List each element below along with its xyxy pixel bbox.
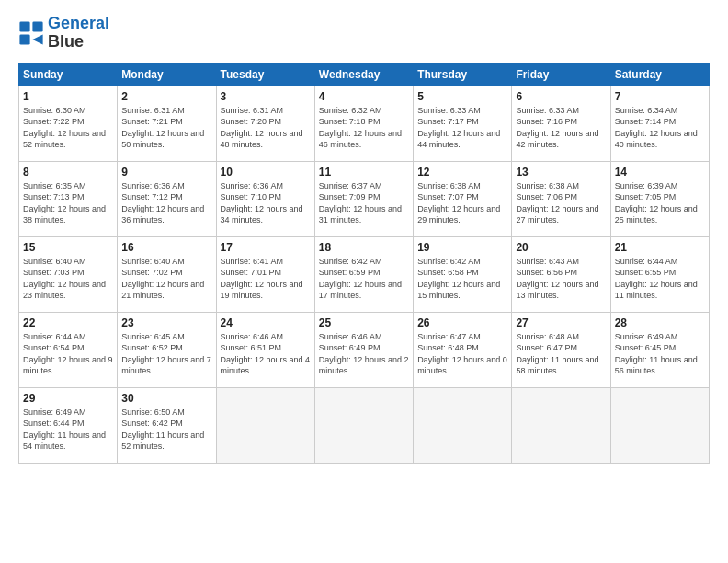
day-number: 28 <box>615 316 705 329</box>
day-info: Sunrise: 6:33 AMSunset: 7:17 PMDaylight:… <box>417 105 507 151</box>
day-info: Sunrise: 6:46 AMSunset: 6:51 PMDaylight:… <box>221 331 311 377</box>
calendar-week-row: 29Sunrise: 6:49 AMSunset: 6:44 PMDayligh… <box>19 387 710 463</box>
day-number: 1 <box>23 90 113 103</box>
day-number: 22 <box>23 316 113 329</box>
calendar-day-cell: 23Sunrise: 6:45 AMSunset: 6:52 PMDayligh… <box>118 312 216 387</box>
day-info: Sunrise: 6:44 AMSunset: 6:55 PMDaylight:… <box>615 256 705 302</box>
day-number: 15 <box>23 241 113 254</box>
day-number: 2 <box>121 90 211 103</box>
day-number: 29 <box>23 392 113 405</box>
day-number: 25 <box>319 316 409 329</box>
calendar-day-cell: 24Sunrise: 6:46 AMSunset: 6:51 PMDayligh… <box>216 312 314 387</box>
day-info: Sunrise: 6:30 AMSunset: 7:22 PMDaylight:… <box>23 105 113 151</box>
day-number: 17 <box>221 241 311 254</box>
calendar-week-row: 8Sunrise: 6:35 AMSunset: 7:13 PMDaylight… <box>19 161 710 236</box>
calendar-day-cell: 5Sunrise: 6:33 AMSunset: 7:17 PMDaylight… <box>414 86 512 161</box>
calendar-header-row: SundayMondayTuesdayWednesdayThursdayFrid… <box>19 63 710 86</box>
calendar-header-thursday: Thursday <box>414 63 512 86</box>
day-info: Sunrise: 6:40 AMSunset: 7:03 PMDaylight:… <box>23 256 113 302</box>
day-number: 9 <box>121 166 211 178</box>
calendar-day-cell: 12Sunrise: 6:38 AMSunset: 7:07 PMDayligh… <box>414 161 512 236</box>
day-number: 10 <box>221 166 311 178</box>
calendar-day-cell: 20Sunrise: 6:43 AMSunset: 6:56 PMDayligh… <box>512 236 610 312</box>
day-number: 12 <box>417 166 507 178</box>
calendar-day-cell: 7Sunrise: 6:34 AMSunset: 7:14 PMDaylight… <box>610 86 709 161</box>
day-info: Sunrise: 6:49 AMSunset: 6:45 PMDaylight:… <box>615 331 705 377</box>
day-info: Sunrise: 6:31 AMSunset: 7:20 PMDaylight:… <box>221 105 311 151</box>
day-number: 8 <box>23 166 113 178</box>
calendar-header-friday: Friday <box>512 63 610 86</box>
calendar-header-sunday: Sunday <box>19 63 118 86</box>
day-info: Sunrise: 6:36 AMSunset: 7:10 PMDaylight:… <box>221 180 311 226</box>
calendar-header-wednesday: Wednesday <box>314 63 413 86</box>
day-info: Sunrise: 6:31 AMSunset: 7:21 PMDaylight:… <box>121 105 211 151</box>
day-info: Sunrise: 6:48 AMSunset: 6:47 PMDaylight:… <box>516 331 606 377</box>
page: GeneralBlue SundayMondayTuesdayWednesday… <box>0 0 728 563</box>
calendar-table: SundayMondayTuesdayWednesdayThursdayFrid… <box>18 63 710 464</box>
day-info: Sunrise: 6:47 AMSunset: 6:48 PMDaylight:… <box>417 331 507 377</box>
day-info: Sunrise: 6:36 AMSunset: 7:12 PMDaylight:… <box>121 180 211 226</box>
day-info: Sunrise: 6:38 AMSunset: 7:07 PMDaylight:… <box>417 180 507 226</box>
day-number: 14 <box>615 166 705 178</box>
calendar-header-saturday: Saturday <box>610 63 709 86</box>
day-number: 26 <box>417 316 507 329</box>
calendar-day-cell: 15Sunrise: 6:40 AMSunset: 7:03 PMDayligh… <box>19 236 118 312</box>
day-info: Sunrise: 6:46 AMSunset: 6:49 PMDaylight:… <box>319 331 409 377</box>
day-number: 7 <box>615 90 705 103</box>
day-number: 20 <box>516 241 606 254</box>
day-info: Sunrise: 6:35 AMSunset: 7:13 PMDaylight:… <box>23 180 113 226</box>
svg-rect-0 <box>19 21 29 31</box>
calendar-day-cell: 29Sunrise: 6:49 AMSunset: 6:44 PMDayligh… <box>19 387 118 463</box>
day-info: Sunrise: 6:34 AMSunset: 7:14 PMDaylight:… <box>615 105 705 151</box>
day-number: 6 <box>516 90 606 103</box>
calendar-day-cell <box>314 387 413 463</box>
calendar-header-monday: Monday <box>118 63 216 86</box>
day-info: Sunrise: 6:45 AMSunset: 6:52 PMDaylight:… <box>121 331 211 377</box>
day-info: Sunrise: 6:33 AMSunset: 7:16 PMDaylight:… <box>516 105 606 151</box>
calendar-day-cell: 21Sunrise: 6:44 AMSunset: 6:55 PMDayligh… <box>610 236 709 312</box>
header: GeneralBlue <box>18 15 710 52</box>
logo-icon <box>18 20 44 46</box>
day-number: 13 <box>516 166 606 178</box>
calendar-day-cell: 3Sunrise: 6:31 AMSunset: 7:20 PMDaylight… <box>216 86 314 161</box>
day-info: Sunrise: 6:49 AMSunset: 6:44 PMDaylight:… <box>23 407 113 453</box>
day-info: Sunrise: 6:42 AMSunset: 6:59 PMDaylight:… <box>319 256 409 302</box>
calendar-day-cell: 26Sunrise: 6:47 AMSunset: 6:48 PMDayligh… <box>414 312 512 387</box>
day-number: 21 <box>615 241 705 254</box>
day-number: 27 <box>516 316 606 329</box>
calendar-day-cell: 6Sunrise: 6:33 AMSunset: 7:16 PMDaylight… <box>512 86 610 161</box>
logo: GeneralBlue <box>18 15 109 52</box>
day-number: 4 <box>319 90 409 103</box>
day-info: Sunrise: 6:38 AMSunset: 7:06 PMDaylight:… <box>516 180 606 226</box>
calendar-day-cell: 13Sunrise: 6:38 AMSunset: 7:06 PMDayligh… <box>512 161 610 236</box>
calendar-day-cell <box>512 387 610 463</box>
calendar-day-cell: 27Sunrise: 6:48 AMSunset: 6:47 PMDayligh… <box>512 312 610 387</box>
calendar-day-cell <box>610 387 709 463</box>
day-number: 3 <box>221 90 311 103</box>
day-info: Sunrise: 6:43 AMSunset: 6:56 PMDaylight:… <box>516 256 606 302</box>
calendar-day-cell: 8Sunrise: 6:35 AMSunset: 7:13 PMDaylight… <box>19 161 118 236</box>
calendar-day-cell: 25Sunrise: 6:46 AMSunset: 6:49 PMDayligh… <box>314 312 413 387</box>
calendar-day-cell: 1Sunrise: 6:30 AMSunset: 7:22 PMDaylight… <box>19 86 118 161</box>
calendar-day-cell: 10Sunrise: 6:36 AMSunset: 7:10 PMDayligh… <box>216 161 314 236</box>
day-info: Sunrise: 6:39 AMSunset: 7:05 PMDaylight:… <box>615 180 705 226</box>
day-info: Sunrise: 6:50 AMSunset: 6:42 PMDaylight:… <box>121 407 211 453</box>
calendar-week-row: 1Sunrise: 6:30 AMSunset: 7:22 PMDaylight… <box>19 86 710 161</box>
calendar-week-row: 22Sunrise: 6:44 AMSunset: 6:54 PMDayligh… <box>19 312 710 387</box>
calendar-day-cell <box>414 387 512 463</box>
day-number: 24 <box>221 316 311 329</box>
calendar-day-cell: 4Sunrise: 6:32 AMSunset: 7:18 PMDaylight… <box>314 86 413 161</box>
day-number: 30 <box>121 392 211 405</box>
calendar-day-cell: 18Sunrise: 6:42 AMSunset: 6:59 PMDayligh… <box>314 236 413 312</box>
day-number: 5 <box>417 90 507 103</box>
calendar-day-cell: 2Sunrise: 6:31 AMSunset: 7:21 PMDaylight… <box>118 86 216 161</box>
svg-rect-1 <box>32 21 42 31</box>
day-info: Sunrise: 6:42 AMSunset: 6:58 PMDaylight:… <box>417 256 507 302</box>
logo-text: GeneralBlue <box>48 15 109 52</box>
calendar-day-cell: 19Sunrise: 6:42 AMSunset: 6:58 PMDayligh… <box>414 236 512 312</box>
calendar-day-cell: 22Sunrise: 6:44 AMSunset: 6:54 PMDayligh… <box>19 312 118 387</box>
calendar-day-cell: 30Sunrise: 6:50 AMSunset: 6:42 PMDayligh… <box>118 387 216 463</box>
calendar-day-cell: 11Sunrise: 6:37 AMSunset: 7:09 PMDayligh… <box>314 161 413 236</box>
day-number: 18 <box>319 241 409 254</box>
day-info: Sunrise: 6:41 AMSunset: 7:01 PMDaylight:… <box>221 256 311 302</box>
